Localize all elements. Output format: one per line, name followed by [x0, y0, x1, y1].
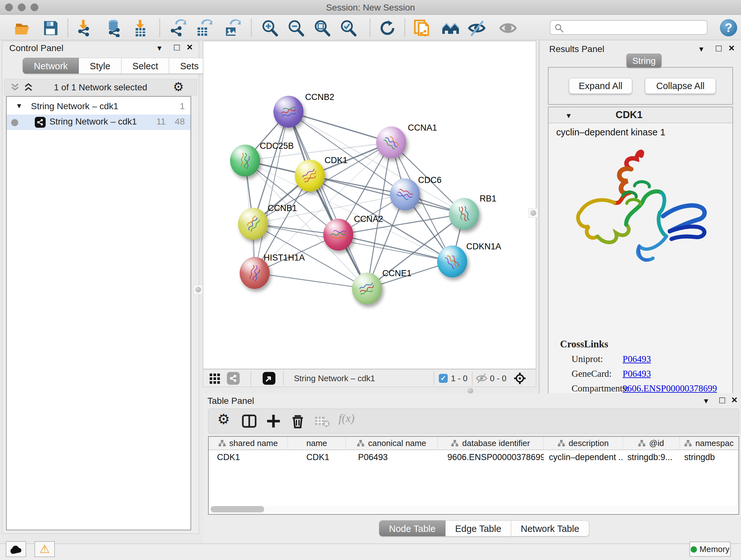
crosslink-value[interactable]: 9606.ENSP00000378699: [623, 383, 717, 394]
tab-style[interactable]: Style: [79, 58, 121, 74]
export-network-icon[interactable]: [168, 19, 186, 37]
node-label-RB1: RB1: [480, 194, 496, 204]
right-splitter-handle[interactable]: [529, 208, 538, 218]
expand-all-button[interactable]: Expand All: [569, 78, 632, 94]
tab-node-table[interactable]: Node Table: [379, 520, 446, 537]
export-image-icon[interactable]: [223, 19, 241, 37]
tab-network-table[interactable]: Network Table: [511, 520, 589, 537]
column-header-database-identifier[interactable]: database identifier: [438, 437, 544, 449]
network-collection-row[interactable]: ▼ String Network – cdk1 1: [7, 99, 191, 115]
zoom-in-icon[interactable]: [261, 19, 279, 37]
column-header-name[interactable]: name: [288, 437, 346, 449]
control-panel-tabs: Network Style Select Sets: [23, 58, 210, 74]
network-options-gear-icon[interactable]: ⚙: [173, 80, 184, 94]
crosslink-row: Uniprot: P06493: [571, 354, 603, 364]
cell-database-identifier[interactable]: 9606.ENSP00000378699: [438, 450, 544, 464]
table-settings-gear-icon[interactable]: ⚙: [217, 411, 230, 427]
scrollbar-thumb[interactable]: [211, 506, 264, 512]
panel-menu-icon[interactable]: ▾: [704, 396, 708, 406]
hidden-eye-icon[interactable]: [476, 374, 487, 383]
network-node-CDKN1A[interactable]: [437, 246, 467, 277]
network-canvas[interactable]: CCNB2CCNA1CDC25BCDK1CDC6RB1CCNB1CCNA2CDK…: [203, 41, 536, 369]
collapse-all-button[interactable]: Collapse All: [645, 78, 716, 94]
show-all-icon[interactable]: [499, 19, 517, 37]
save-session-icon[interactable]: [42, 19, 59, 37]
cell-name[interactable]: CDK1: [288, 450, 346, 464]
crosslink-value[interactable]: P06493: [623, 368, 651, 379]
network-row-selected[interactable]: String Network – cdk1 11 48: [7, 115, 191, 130]
tab-network[interactable]: Network: [23, 58, 79, 74]
node-label-CCNB1: CCNB1: [268, 203, 297, 213]
zoom-fit-icon[interactable]: [313, 19, 331, 37]
cell-shared-name[interactable]: CDK1: [209, 450, 288, 464]
network-node-CCNB2[interactable]: [273, 96, 304, 128]
panel-menu-icon[interactable]: ▾: [699, 44, 703, 54]
open-session-icon[interactable]: [14, 19, 32, 37]
hide-selected-icon[interactable]: [468, 19, 486, 37]
column-header-description[interactable]: description: [544, 437, 623, 449]
left-splitter-handle[interactable]: [193, 285, 203, 294]
zoom-selected-icon[interactable]: [339, 19, 357, 37]
column-header-shared-name[interactable]: shared name: [209, 437, 288, 449]
table-row[interactable]: CDK1 CDK1 P06493 9606.ENSP00000378699 cy…: [209, 450, 738, 464]
show-columns-icon[interactable]: [242, 414, 257, 429]
panel-close-icon[interactable]: ×: [187, 41, 193, 53]
gene-section-header[interactable]: ▼ CDK1: [549, 107, 732, 123]
tab-string[interactable]: String: [626, 54, 662, 68]
cell-namespace[interactable]: stringdb: [680, 450, 738, 464]
new-network-from-selection-icon[interactable]: [414, 19, 431, 37]
cloud-button[interactable]: [6, 541, 26, 557]
tab-edge-table[interactable]: Edge Table: [446, 520, 511, 537]
tree-expander-icon[interactable]: ▼: [16, 102, 23, 110]
network-node-CCNB1[interactable]: [238, 208, 268, 240]
cell-canonical-name[interactable]: P06493: [346, 450, 438, 464]
function-builder-icon[interactable]: f(x): [339, 412, 354, 425]
network-column-icon: [451, 440, 458, 446]
tab-select[interactable]: Select: [122, 58, 170, 74]
search-input[interactable]: [567, 22, 704, 33]
panel-close-icon[interactable]: ×: [731, 394, 738, 406]
first-neighbors-icon[interactable]: [442, 19, 460, 37]
export-table-icon[interactable]: [194, 19, 212, 37]
help-icon: ?: [725, 21, 732, 35]
delete-table-icon[interactable]: [314, 414, 330, 429]
delete-column-icon[interactable]: [290, 414, 306, 429]
cell-id[interactable]: stringdb:9...: [623, 450, 680, 464]
add-column-icon[interactable]: [266, 414, 281, 429]
cell-description[interactable]: cyclin–dependent ...: [544, 450, 623, 464]
memory-button[interactable]: Memory: [689, 542, 731, 557]
import-table-icon[interactable]: [131, 19, 149, 37]
panel-float-icon[interactable]: □: [174, 42, 180, 53]
import-network-from-database-icon[interactable]: [105, 19, 123, 37]
network-node-CDK1[interactable]: [295, 160, 325, 192]
warning-button[interactable]: ⚠: [35, 541, 55, 557]
refresh-icon[interactable]: [379, 19, 396, 37]
table-horizontal-scrollbar[interactable]: [209, 506, 738, 513]
column-header-canonical-name[interactable]: canonical name: [346, 437, 438, 449]
panel-float-icon[interactable]: □: [716, 43, 722, 54]
network-node-RB1[interactable]: [449, 198, 479, 230]
birdseye-view-icon[interactable]: [263, 372, 275, 385]
zoom-out-icon[interactable]: [287, 19, 305, 37]
panel-close-icon[interactable]: ×: [729, 42, 735, 54]
fit-crosshair-icon[interactable]: [514, 372, 526, 385]
column-header-namespace[interactable]: namespac: [680, 437, 738, 449]
column-header-id[interactable]: @id: [623, 437, 680, 449]
crosslinks-title: CrossLinks: [560, 338, 608, 350]
import-network-icon[interactable]: [74, 19, 92, 37]
network-node-CDC25B[interactable]: [230, 145, 260, 177]
network-node-CCNE1[interactable]: [352, 273, 382, 305]
toolbar-separator: [369, 19, 370, 37]
network-badge-icon[interactable]: [227, 372, 240, 385]
crosslink-value[interactable]: P06493: [623, 354, 651, 364]
network-node-CCNA1[interactable]: [376, 126, 406, 159]
grid-view-icon[interactable]: [210, 374, 220, 384]
selected-checkbox-icon[interactable]: ✓: [439, 374, 448, 383]
network-node-CCNA2[interactable]: [323, 219, 353, 251]
help-button[interactable]: ?: [720, 19, 737, 37]
panel-float-icon[interactable]: □: [719, 395, 725, 406]
panel-menu-icon[interactable]: ▾: [157, 43, 161, 53]
network-selection-bar: 1 of 1 Network selected ⚙: [4, 79, 197, 96]
gene-expander-icon[interactable]: ▼: [565, 112, 572, 120]
network-node-CDC6[interactable]: [390, 179, 420, 210]
